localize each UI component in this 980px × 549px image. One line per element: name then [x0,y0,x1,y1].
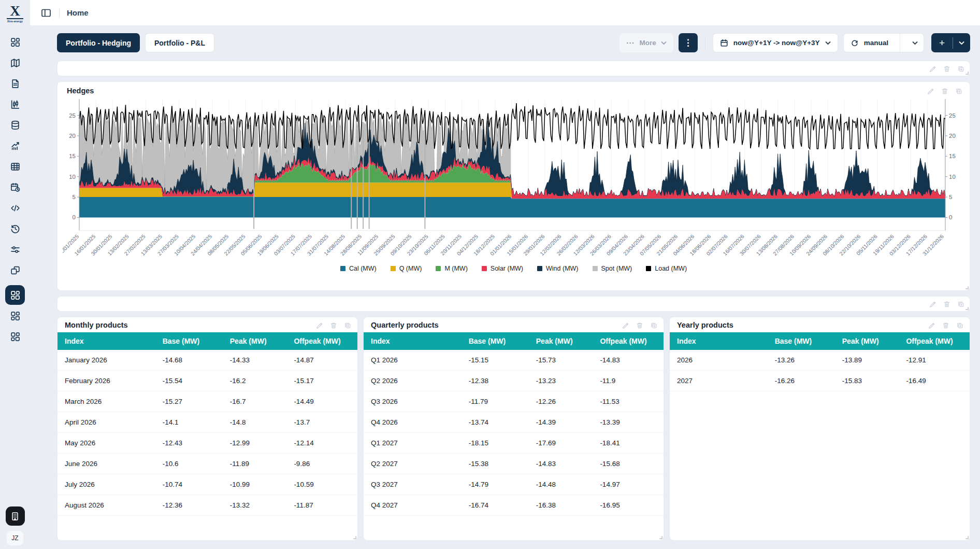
sidebar-item-database-4[interactable] [5,115,25,135]
resize-handle[interactable] [964,535,969,539]
user-avatar[interactable]: JZ [6,530,24,546]
tab-portfolio-pnl[interactable]: Portfolio - P&L [145,33,214,52]
date-range-button[interactable]: now@Y+1Y -> now@Y+3Y [713,33,838,52]
trash-icon [636,321,643,329]
edit-button[interactable] [929,65,936,73]
svg-text:20: 20 [69,133,76,139]
tables-row: Monthly productsIndexBase (MW)Peak (MW)O… [57,317,970,541]
sidebar-item-calendar-clock-7[interactable] [5,177,25,197]
edit-button[interactable] [622,321,629,329]
legend-swatch [436,266,441,271]
legend-item[interactable]: Wind (MW) [537,265,579,272]
plus-icon[interactable]: + [931,37,953,49]
trash-icon [943,300,950,308]
history-icon [10,223,21,234]
sidebar-item-map-1[interactable] [5,53,25,73]
panel-hedges: Hedges 0055101015152020252502/01/202516/… [57,81,970,291]
panel-actions [929,65,964,73]
legend-label: Q (MW) [399,265,422,272]
toolbar-right: ⋯ More ⋮ now@Y+1Y -> now@Y+3Y manual [619,33,970,52]
delete-button[interactable] [942,321,949,329]
sidebar-item-blocks-11[interactable] [5,260,25,280]
edit-button[interactable] [928,321,935,329]
column-header: Peak (MW) [529,337,593,345]
table-cell: -16.38 [529,501,593,509]
legend-item[interactable]: Spot (MW) [593,265,632,272]
pencil-icon [927,87,934,95]
delete-button[interactable] [943,65,950,73]
delete-button[interactable] [329,321,337,329]
table-row: Q4 2027-16.74-16.38-16.95 [364,495,664,516]
table-row: Q1 2027-18.15-17.69-18.41 [364,433,664,454]
edit-button[interactable] [927,87,934,95]
copy-plus-icon [957,300,964,308]
delete-button[interactable] [941,87,948,95]
resize-handle[interactable] [964,71,969,75]
legend-label: M (MW) [444,265,467,272]
table-cell: -14.39 [529,418,593,426]
tab-portfolio-hedging[interactable]: Portfolio - Hedging [57,33,140,52]
sidebar-item-grid-12[interactable] [5,285,25,305]
table-row: August 2026-12.36-13.32-11.87 [57,495,357,516]
duplicate-button[interactable] [955,87,962,95]
table-cell: 2027 [670,377,768,385]
legend-item[interactable]: Q (MW) [391,265,422,272]
refresh-mode-button[interactable]: manual [843,33,924,52]
table-cell: -10.59 [286,481,357,488]
delete-button[interactable] [636,321,643,329]
sidebar-item-candlestick-3[interactable] [5,94,25,114]
chevron-down-icon[interactable] [953,33,970,52]
sidebar-item-grid-13[interactable] [5,306,25,326]
legend-item[interactable]: Cal (MW) [340,265,377,272]
sidebar-item-code-8[interactable] [5,198,25,218]
kebab-menu-button[interactable]: ⋮ [679,33,698,52]
topbar-divider [59,8,60,18]
sidebar-item-table-6[interactable] [5,157,25,176]
resize-handle[interactable] [352,535,356,539]
table-cell: -12.14 [286,439,357,447]
chevron-down-icon[interactable] [906,34,924,52]
delete-button[interactable] [943,300,950,308]
duplicate-button[interactable] [956,321,963,329]
table-cell: January 2026 [57,356,155,364]
legend-item[interactable]: Solar (MW) [482,265,523,272]
breadcrumb[interactable]: Home [67,8,89,17]
sidebar-item-history-9[interactable] [5,219,25,238]
edit-button[interactable] [315,321,323,329]
add-panel-button[interactable]: + [931,33,970,52]
copy-plus-icon [955,87,962,95]
duplicate-button[interactable] [343,321,351,329]
table-icon [10,161,21,172]
legend-label: Load (MW) [655,265,687,272]
duplicate-button[interactable] [650,321,657,329]
resize-handle[interactable] [964,306,969,310]
table-cell: -14.83 [593,356,664,364]
sidebar-item-grid-14[interactable] [5,327,25,346]
more-button[interactable]: ⋯ More [619,33,673,52]
sidebar-item-analytics-5[interactable] [5,136,25,156]
table-row: Q3 2027-14.79-14.48-14.97 [364,474,664,495]
calculator-button[interactable] [6,506,25,526]
sidebar-toggle-button[interactable] [40,7,52,19]
resize-handle[interactable] [658,535,662,539]
chevron-down-icon [661,39,667,47]
svg-text:25: 25 [69,112,76,119]
sidebar-item-dashboard-0[interactable] [5,32,25,52]
panel-yearly-products: Yearly productsIndexBase (MW)Peak (MW)Of… [669,317,970,541]
duplicate-button[interactable] [957,65,964,73]
resize-handle[interactable] [964,285,969,289]
panel-monthly-products: Monthly productsIndexBase (MW)Peak (MW)O… [57,317,358,541]
duplicate-button[interactable] [957,300,964,308]
legend-swatch [340,266,345,271]
document-icon [10,78,21,89]
legend-item[interactable]: Load (MW) [646,265,687,272]
sidebar-item-document-2[interactable] [5,74,25,93]
sidebar-item-sliders-10[interactable] [5,240,25,259]
trash-icon [941,87,948,95]
calendar-icon [720,39,728,47]
table-cell: Q1 2027 [364,439,462,447]
edit-button[interactable] [929,300,936,308]
legend-item[interactable]: M (MW) [436,265,467,272]
legend-label: Solar (MW) [491,265,523,272]
table-cell: -17.69 [529,439,593,447]
